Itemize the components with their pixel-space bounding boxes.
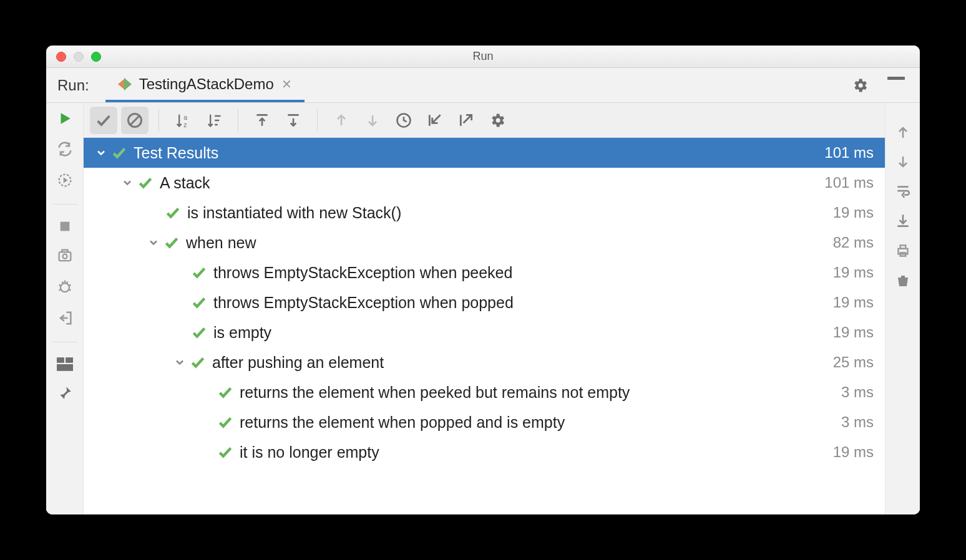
svg-rect-7 [66,357,73,363]
import-results-icon[interactable] [421,107,449,134]
pass-icon [137,175,154,191]
test-label: after pushing an element [212,354,384,372]
svg-text:a: a [183,113,187,120]
export-results-icon[interactable] [452,107,480,134]
chevron-down-icon[interactable] [91,147,111,159]
test-label: throws EmptyStackException when popped [213,294,514,312]
chevron-down-icon[interactable] [117,176,137,189]
pass-icon [217,444,233,460]
test-toolbar: az [84,103,885,138]
run-tabbar: Run: TestingAStackDemo ✕ [46,68,920,103]
next-failed-icon[interactable] [359,107,386,134]
scroll-to-end-icon[interactable] [895,213,911,229]
svg-point-3 [62,254,67,259]
rerun-failed-icon[interactable] [56,171,74,189]
pass-icon [191,324,207,340]
run-config-icon [118,78,132,90]
collapse-all-icon[interactable] [280,107,307,134]
test-time: 19 ms [833,294,874,311]
tree-row[interactable]: returns the element when popped and is e… [84,407,885,437]
sort-alpha-icon[interactable]: az [169,107,197,134]
sort-duration-icon[interactable] [200,107,228,134]
test-time: 19 ms [833,443,874,461]
close-tab-icon[interactable]: ✕ [281,77,292,92]
tree-row-root[interactable]: Test Results 101 ms [84,138,885,168]
tree-row[interactable]: when new 82 ms [84,228,885,258]
chevron-down-icon[interactable] [144,236,163,249]
tree-row[interactable]: returns the element when peeked but rema… [84,377,885,407]
test-label: when new [186,234,256,252]
svg-rect-14 [900,245,905,248]
test-label: is empty [213,324,271,342]
hide-panel-icon[interactable] [887,77,905,94]
run-config-name: TestingAStackDemo [139,75,274,93]
test-time: 19 ms [833,204,874,221]
debug-icon[interactable] [56,278,74,296]
svg-rect-1 [60,222,69,231]
tree-row[interactable]: throws EmptyStackException when popped 1… [84,287,885,317]
test-settings-icon[interactable] [484,107,511,134]
pass-icon [191,294,207,311]
prev-failed-icon[interactable] [328,107,355,134]
svg-rect-2 [59,252,71,261]
svg-point-5 [61,283,69,292]
expand-all-icon[interactable] [248,107,276,134]
run-config-tab[interactable]: TestingAStackDemo ✕ [105,68,305,102]
tree-row[interactable]: throws EmptyStackException when peeked 1… [84,258,885,287]
test-time: 19 ms [833,324,874,341]
test-label: returns the element when peeked but rema… [240,384,630,402]
test-time: 101 ms [824,174,874,191]
svg-rect-6 [57,357,64,363]
test-label: it is no longer empty [240,443,379,461]
pass-icon [111,145,127,161]
window-title: Run [46,50,920,63]
tree-row[interactable]: is instantiated with new Stack() 19 ms [84,198,885,228]
test-label: Test Results [134,144,218,162]
dump-threads-icon[interactable] [56,247,74,264]
titlebar[interactable]: Run [46,46,920,68]
left-action-gutter [46,103,84,514]
rerun-icon[interactable] [57,110,73,127]
show-ignored-icon[interactable] [121,107,149,134]
clear-all-icon[interactable] [895,273,910,289]
pin-icon[interactable] [57,385,73,401]
test-label: is instantiated with new Stack() [187,204,401,222]
toggle-auto-test-icon[interactable] [56,140,74,158]
pass-icon [165,205,181,221]
stop-icon[interactable] [58,220,72,233]
tree-row[interactable]: it is no longer empty 19 ms [84,437,885,467]
soft-wrap-icon[interactable] [895,183,911,199]
test-time: 101 ms [824,144,874,162]
layout-icon[interactable] [57,357,73,371]
scroll-down-icon[interactable] [895,154,910,169]
test-time: 3 ms [841,384,874,401]
pass-icon [191,264,207,281]
svg-text:z: z [183,120,187,128]
test-label: returns the element when popped and is e… [240,413,565,432]
test-history-icon[interactable] [390,107,417,134]
panel-label: Run: [57,77,89,94]
run-tool-window: Run Run: TestingAStackDemo ✕ [46,46,920,514]
tree-row[interactable]: is empty 19 ms [84,317,885,347]
test-label: A stack [160,174,210,192]
pass-icon [190,354,206,370]
right-action-gutter [885,103,920,514]
scroll-up-icon[interactable] [895,125,910,140]
pass-icon [163,234,180,251]
svg-rect-8 [57,364,73,371]
tree-row[interactable]: after pushing an element 25 ms [84,347,885,377]
pass-icon [217,384,233,400]
test-time: 3 ms [841,413,874,431]
test-time: 19 ms [833,264,874,281]
tree-row[interactable]: A stack 101 ms [84,168,885,198]
pass-icon [217,414,233,430]
svg-rect-4 [62,250,67,253]
settings-icon[interactable] [851,77,869,94]
print-icon[interactable] [895,243,911,259]
test-tree[interactable]: Test Results 101 ms A stack 101 ms [84,138,885,514]
test-time: 25 ms [833,354,874,371]
chevron-down-icon[interactable] [170,356,190,369]
test-time: 82 ms [833,234,874,251]
exit-icon[interactable] [56,309,74,327]
show-passed-icon[interactable] [90,107,117,134]
